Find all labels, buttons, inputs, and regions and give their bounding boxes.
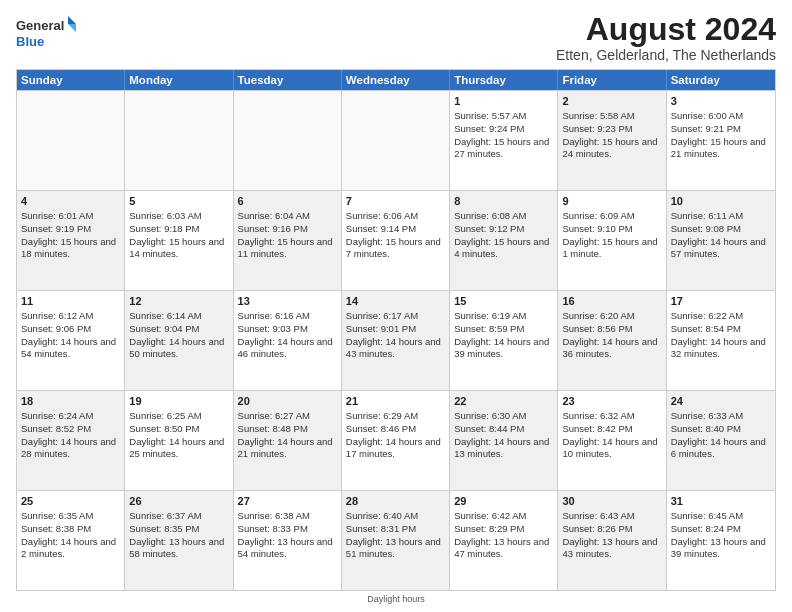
- day-info-line: Sunset: 8:52 PM: [21, 423, 120, 436]
- day-info-line: Sunset: 8:31 PM: [346, 523, 445, 536]
- day-info-line: Daylight: 14 hours and 25 minutes.: [129, 436, 228, 462]
- day-number: 13: [238, 294, 337, 309]
- calendar-cell: [234, 91, 342, 190]
- day-info-line: Sunrise: 6:01 AM: [21, 210, 120, 223]
- calendar-cell: 7Sunrise: 6:06 AMSunset: 9:14 PMDaylight…: [342, 191, 450, 290]
- day-number: 9: [562, 194, 661, 209]
- calendar-cell: 11Sunrise: 6:12 AMSunset: 9:06 PMDayligh…: [17, 291, 125, 390]
- day-number: 3: [671, 94, 771, 109]
- day-number: 10: [671, 194, 771, 209]
- day-info-line: Sunset: 8:44 PM: [454, 423, 553, 436]
- day-info-line: Sunrise: 6:25 AM: [129, 410, 228, 423]
- day-info-line: Sunset: 8:33 PM: [238, 523, 337, 536]
- svg-text:General: General: [16, 18, 64, 33]
- calendar-cell: 5Sunrise: 6:03 AMSunset: 9:18 PMDaylight…: [125, 191, 233, 290]
- day-info-line: Sunset: 8:50 PM: [129, 423, 228, 436]
- day-info-line: Sunset: 9:04 PM: [129, 323, 228, 336]
- logo-svg: General Blue: [16, 12, 76, 52]
- day-info-line: Daylight: 15 hours and 4 minutes.: [454, 236, 553, 262]
- day-number: 12: [129, 294, 228, 309]
- calendar-cell: 31Sunrise: 6:45 AMSunset: 8:24 PMDayligh…: [667, 491, 775, 590]
- calendar-body: 1Sunrise: 5:57 AMSunset: 9:24 PMDaylight…: [17, 90, 775, 590]
- day-number: 8: [454, 194, 553, 209]
- day-info-line: Sunrise: 6:42 AM: [454, 510, 553, 523]
- day-info-line: Daylight: 13 hours and 54 minutes.: [238, 536, 337, 562]
- day-info-line: Daylight: 13 hours and 51 minutes.: [346, 536, 445, 562]
- day-info-line: Daylight: 14 hours and 43 minutes.: [346, 336, 445, 362]
- calendar-cell: 13Sunrise: 6:16 AMSunset: 9:03 PMDayligh…: [234, 291, 342, 390]
- calendar-cell: 4Sunrise: 6:01 AMSunset: 9:19 PMDaylight…: [17, 191, 125, 290]
- calendar-week: 18Sunrise: 6:24 AMSunset: 8:52 PMDayligh…: [17, 390, 775, 490]
- calendar-cell: 18Sunrise: 6:24 AMSunset: 8:52 PMDayligh…: [17, 391, 125, 490]
- day-info-line: Daylight: 15 hours and 24 minutes.: [562, 136, 661, 162]
- day-number: 24: [671, 394, 771, 409]
- day-info-line: Sunrise: 6:35 AM: [21, 510, 120, 523]
- day-info-line: Daylight: 14 hours and 32 minutes.: [671, 336, 771, 362]
- day-info-line: Sunset: 9:08 PM: [671, 223, 771, 236]
- day-info-line: Sunrise: 6:30 AM: [454, 410, 553, 423]
- day-info-line: Sunset: 8:38 PM: [21, 523, 120, 536]
- day-info-line: Sunset: 8:54 PM: [671, 323, 771, 336]
- title-block: August 2024 Etten, Gelderland, The Nethe…: [556, 12, 776, 63]
- svg-marker-2: [68, 16, 76, 24]
- calendar-header-cell: Thursday: [450, 70, 558, 90]
- calendar-cell: [17, 91, 125, 190]
- footer-note: Daylight hours: [16, 591, 776, 604]
- day-info-line: Sunrise: 6:11 AM: [671, 210, 771, 223]
- day-info-line: Daylight: 15 hours and 27 minutes.: [454, 136, 553, 162]
- day-number: 27: [238, 494, 337, 509]
- calendar-cell: 28Sunrise: 6:40 AMSunset: 8:31 PMDayligh…: [342, 491, 450, 590]
- calendar-cell: 10Sunrise: 6:11 AMSunset: 9:08 PMDayligh…: [667, 191, 775, 290]
- day-info-line: Sunrise: 6:12 AM: [21, 310, 120, 323]
- day-info-line: Sunset: 8:56 PM: [562, 323, 661, 336]
- day-info-line: Sunrise: 6:27 AM: [238, 410, 337, 423]
- day-number: 20: [238, 394, 337, 409]
- day-info-line: Sunset: 8:29 PM: [454, 523, 553, 536]
- day-number: 22: [454, 394, 553, 409]
- day-info-line: Daylight: 14 hours and 46 minutes.: [238, 336, 337, 362]
- day-info-line: Sunrise: 6:04 AM: [238, 210, 337, 223]
- calendar-cell: 23Sunrise: 6:32 AMSunset: 8:42 PMDayligh…: [558, 391, 666, 490]
- day-number: 14: [346, 294, 445, 309]
- calendar-header-cell: Wednesday: [342, 70, 450, 90]
- calendar-cell: 1Sunrise: 5:57 AMSunset: 9:24 PMDaylight…: [450, 91, 558, 190]
- day-info-line: Sunset: 9:10 PM: [562, 223, 661, 236]
- day-number: 29: [454, 494, 553, 509]
- day-info-line: Sunset: 9:06 PM: [21, 323, 120, 336]
- day-info-line: Sunset: 8:59 PM: [454, 323, 553, 336]
- calendar-cell: 27Sunrise: 6:38 AMSunset: 8:33 PMDayligh…: [234, 491, 342, 590]
- calendar-cell: 22Sunrise: 6:30 AMSunset: 8:44 PMDayligh…: [450, 391, 558, 490]
- day-info-line: Sunrise: 6:29 AM: [346, 410, 445, 423]
- day-info-line: Daylight: 14 hours and 21 minutes.: [238, 436, 337, 462]
- day-info-line: Sunrise: 6:16 AM: [238, 310, 337, 323]
- day-info-line: Sunset: 9:03 PM: [238, 323, 337, 336]
- calendar-cell: 9Sunrise: 6:09 AMSunset: 9:10 PMDaylight…: [558, 191, 666, 290]
- logo: General Blue: [16, 12, 76, 52]
- day-info-line: Sunrise: 6:08 AM: [454, 210, 553, 223]
- day-info-line: Daylight: 14 hours and 6 minutes.: [671, 436, 771, 462]
- calendar-cell: 15Sunrise: 6:19 AMSunset: 8:59 PMDayligh…: [450, 291, 558, 390]
- day-number: 7: [346, 194, 445, 209]
- calendar-cell: 6Sunrise: 6:04 AMSunset: 9:16 PMDaylight…: [234, 191, 342, 290]
- calendar-cell: [125, 91, 233, 190]
- day-number: 19: [129, 394, 228, 409]
- calendar-cell: 24Sunrise: 6:33 AMSunset: 8:40 PMDayligh…: [667, 391, 775, 490]
- day-number: 1: [454, 94, 553, 109]
- day-number: 31: [671, 494, 771, 509]
- day-number: 17: [671, 294, 771, 309]
- day-info-line: Sunrise: 6:22 AM: [671, 310, 771, 323]
- calendar-cell: 8Sunrise: 6:08 AMSunset: 9:12 PMDaylight…: [450, 191, 558, 290]
- day-number: 2: [562, 94, 661, 109]
- day-info-line: Sunset: 9:18 PM: [129, 223, 228, 236]
- day-info-line: Daylight: 14 hours and 17 minutes.: [346, 436, 445, 462]
- day-info-line: Daylight: 13 hours and 43 minutes.: [562, 536, 661, 562]
- calendar-cell: 17Sunrise: 6:22 AMSunset: 8:54 PMDayligh…: [667, 291, 775, 390]
- day-number: 28: [346, 494, 445, 509]
- day-info-line: Sunset: 9:01 PM: [346, 323, 445, 336]
- day-info-line: Sunrise: 6:03 AM: [129, 210, 228, 223]
- main-title: August 2024: [556, 12, 776, 47]
- day-info-line: Sunrise: 6:17 AM: [346, 310, 445, 323]
- day-info-line: Sunset: 9:24 PM: [454, 123, 553, 136]
- day-info-line: Sunrise: 6:32 AM: [562, 410, 661, 423]
- header: General Blue August 2024 Etten, Gelderla…: [16, 12, 776, 63]
